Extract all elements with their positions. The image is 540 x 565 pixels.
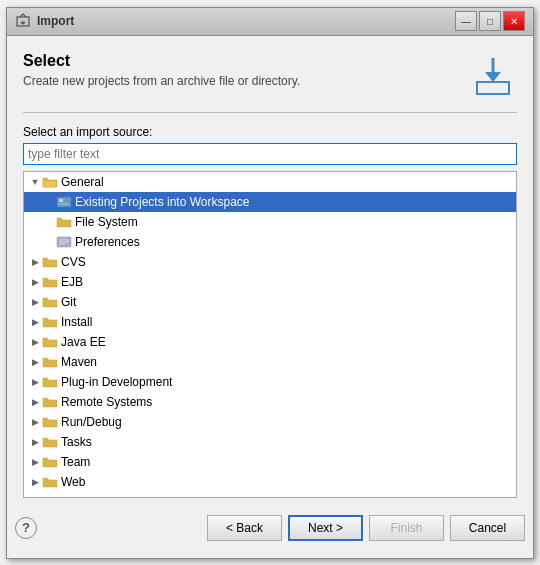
remote-systems-label: Remote Systems bbox=[61, 395, 152, 409]
back-button[interactable]: < Back bbox=[207, 515, 282, 541]
tree-item-general[interactable]: ▼ General bbox=[24, 172, 516, 192]
cancel-button[interactable]: Cancel bbox=[450, 515, 525, 541]
ejb-label: EJB bbox=[61, 275, 83, 289]
title-bar: Import — □ ✕ bbox=[7, 8, 533, 36]
expand-run-debug[interactable]: ▶ bbox=[28, 415, 42, 429]
window-icon bbox=[15, 13, 31, 29]
run-debug-label: Run/Debug bbox=[61, 415, 122, 429]
filter-label: Select an import source: bbox=[23, 125, 517, 139]
expand-existing bbox=[42, 195, 56, 209]
folder-icon-fs bbox=[56, 215, 72, 229]
folder-icon-java-ee bbox=[42, 335, 58, 349]
svg-rect-5 bbox=[59, 199, 63, 202]
folder-icon-plugin bbox=[42, 375, 58, 389]
java-ee-label: Java EE bbox=[61, 335, 106, 349]
folder-icon-tasks bbox=[42, 435, 58, 449]
expand-ejb[interactable]: ▶ bbox=[28, 275, 42, 289]
tree-item-tasks[interactable]: ▶ Tasks bbox=[24, 432, 516, 452]
folder-icon-maven bbox=[42, 355, 58, 369]
maven-label: Maven bbox=[61, 355, 97, 369]
header-icon bbox=[469, 52, 517, 100]
tree-container[interactable]: ▼ General bbox=[23, 171, 517, 498]
tree-item-web[interactable]: ▶ Web bbox=[24, 472, 516, 492]
folder-icon-run-debug bbox=[42, 415, 58, 429]
expand-fs bbox=[42, 215, 56, 229]
install-label: Install bbox=[61, 315, 92, 329]
tree-item-existing-projects[interactable]: Existing Projects into Workspace bbox=[24, 192, 516, 212]
plugin-dev-label: Plug-in Development bbox=[61, 375, 172, 389]
folder-open-icon bbox=[42, 175, 58, 189]
expand-git[interactable]: ▶ bbox=[28, 295, 42, 309]
cvs-label: CVS bbox=[61, 255, 86, 269]
header-text: Select Create new projects from an archi… bbox=[23, 52, 300, 88]
filter-input[interactable] bbox=[23, 143, 517, 165]
team-label: Team bbox=[61, 455, 90, 469]
next-button[interactable]: Next > bbox=[288, 515, 363, 541]
help-button[interactable]: ? bbox=[15, 517, 37, 539]
folder-icon-ejb bbox=[42, 275, 58, 289]
header-title: Select bbox=[23, 52, 300, 70]
header-section: Select Create new projects from an archi… bbox=[23, 52, 517, 100]
svg-rect-1 bbox=[477, 82, 509, 94]
web-label: Web bbox=[61, 475, 85, 489]
divider bbox=[23, 112, 517, 113]
svg-marker-3 bbox=[485, 72, 501, 82]
folder-icon-web bbox=[42, 475, 58, 489]
tree-item-run-debug[interactable]: ▶ Run/Debug bbox=[24, 412, 516, 432]
folder-icon-remote bbox=[42, 395, 58, 409]
tree-item-install[interactable]: ▶ Install bbox=[24, 312, 516, 332]
preferences-label: Preferences bbox=[75, 235, 140, 249]
file-system-label: File System bbox=[75, 215, 138, 229]
dialog-content: Select Create new projects from an archi… bbox=[7, 36, 533, 498]
dialog-footer: ? < Back Next > Finish Cancel bbox=[7, 498, 533, 558]
finish-button[interactable]: Finish bbox=[369, 515, 444, 541]
tree-item-java-ee[interactable]: ▶ Java EE bbox=[24, 332, 516, 352]
folder-icon-git bbox=[42, 295, 58, 309]
tree-item-remote-systems[interactable]: ▶ Remote Systems bbox=[24, 392, 516, 412]
footer-left: ? bbox=[15, 517, 37, 539]
tree-item-file-system[interactable]: File System bbox=[24, 212, 516, 232]
expand-team[interactable]: ▶ bbox=[28, 455, 42, 469]
tree-item-ejb[interactable]: ▶ EJB bbox=[24, 272, 516, 292]
tree-item-preferences[interactable]: Preferences bbox=[24, 232, 516, 252]
git-label: Git bbox=[61, 295, 76, 309]
existing-projects-label: Existing Projects into Workspace bbox=[75, 195, 250, 209]
pref-icon bbox=[56, 235, 72, 249]
tree-item-plugin-dev[interactable]: ▶ Plug-in Development bbox=[24, 372, 516, 392]
tree-item-team[interactable]: ▶ Team bbox=[24, 452, 516, 472]
expand-maven[interactable]: ▶ bbox=[28, 355, 42, 369]
expand-plugin-dev[interactable]: ▶ bbox=[28, 375, 42, 389]
expand-cvs[interactable]: ▶ bbox=[28, 255, 42, 269]
window-controls: — □ ✕ bbox=[455, 11, 525, 31]
minimize-button[interactable]: — bbox=[455, 11, 477, 31]
expand-web[interactable]: ▶ bbox=[28, 475, 42, 489]
expand-install[interactable]: ▶ bbox=[28, 315, 42, 329]
footer-buttons: < Back Next > Finish Cancel bbox=[207, 515, 525, 541]
expand-general[interactable]: ▼ bbox=[28, 175, 42, 189]
expand-tasks[interactable]: ▶ bbox=[28, 435, 42, 449]
expand-remote[interactable]: ▶ bbox=[28, 395, 42, 409]
folder-icon-team bbox=[42, 455, 58, 469]
window-title: Import bbox=[37, 14, 455, 28]
header-subtitle: Create new projects from an archive file… bbox=[23, 74, 300, 88]
folder-icon-install bbox=[42, 315, 58, 329]
maximize-button[interactable]: □ bbox=[479, 11, 501, 31]
tree-item-git[interactable]: ▶ Git bbox=[24, 292, 516, 312]
project-icon bbox=[56, 195, 72, 209]
import-dialog: Import — □ ✕ Select Create new projects … bbox=[6, 7, 534, 559]
tasks-label: Tasks bbox=[61, 435, 92, 449]
tree-item-maven[interactable]: ▶ Maven bbox=[24, 352, 516, 372]
expand-java-ee[interactable]: ▶ bbox=[28, 335, 42, 349]
close-button[interactable]: ✕ bbox=[503, 11, 525, 31]
general-label: General bbox=[61, 175, 104, 189]
tree-item-cvs[interactable]: ▶ CVS bbox=[24, 252, 516, 272]
folder-icon-cvs bbox=[42, 255, 58, 269]
expand-pref bbox=[42, 235, 56, 249]
